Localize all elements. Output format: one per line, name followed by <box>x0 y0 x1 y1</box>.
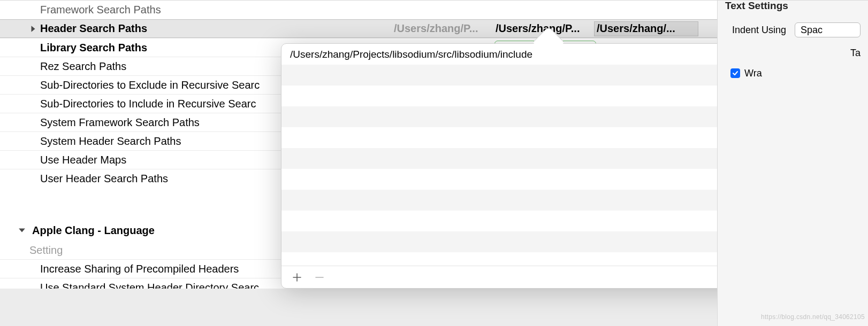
setting-label: System Framework Search Paths <box>40 113 200 132</box>
add-path-button[interactable] <box>291 271 303 283</box>
setting-label: Framework Search Paths <box>40 1 161 19</box>
header-paths-value-col1[interactable]: /Users/zhang/P... <box>391 19 492 38</box>
header-paths-value-col3[interactable]: /Users/zhang/... <box>594 21 698 36</box>
setting-label: Rez Search Paths <box>40 57 126 76</box>
row-header-search-paths[interactable]: Header Search Paths /Users/zhang/P... /U… <box>0 19 717 38</box>
indent-using-label: Indent Using <box>725 25 789 36</box>
wrap-lines-row[interactable]: Wra <box>718 64 868 83</box>
tab-label: Ta <box>850 48 861 59</box>
wrap-lines-checkbox[interactable] <box>730 68 740 78</box>
indent-using-value: Spac <box>801 25 823 36</box>
watermark-text: https://blog.csdn.net/qq_34062105 <box>761 313 865 321</box>
tab-width-row: Ta <box>718 42 868 64</box>
text-settings-inspector[interactable]: Text Settings Indent Using Spac Ta Wra h… <box>717 0 868 326</box>
setting-label: Use Header Maps <box>40 151 126 169</box>
row-framework-search-paths[interactable]: Framework Search Paths <box>0 1 717 19</box>
wrap-lines-label: Wra <box>744 68 762 79</box>
path-value[interactable]: /Users/zhang/Projects/libsodium/src/libs… <box>290 49 707 60</box>
bottom-grey-area <box>0 289 717 326</box>
indent-using-select[interactable]: Spac <box>795 22 861 37</box>
text-settings-title: Text Settings <box>718 1 868 11</box>
setting-label: Header Search Paths <box>40 19 147 38</box>
remove-path-button[interactable] <box>314 271 325 283</box>
setting-label: System Header Search Paths <box>40 132 181 151</box>
setting-label: User Header Search Paths <box>40 169 168 188</box>
setting-label: Sub-Directories to Exclude in Recursive … <box>40 76 260 95</box>
setting-label: Sub-Directories to Include in Recursive … <box>40 95 256 113</box>
setting-label: Increase Sharing of Precompiled Headers <box>40 260 239 278</box>
chevron-right-icon[interactable] <box>29 25 37 33</box>
setting-label: Library Search Paths <box>40 38 147 57</box>
chevron-down-icon[interactable] <box>18 227 26 234</box>
indent-using-row: Indent Using Spac <box>718 18 868 42</box>
section-title: Apple Clang - Language <box>32 224 155 237</box>
